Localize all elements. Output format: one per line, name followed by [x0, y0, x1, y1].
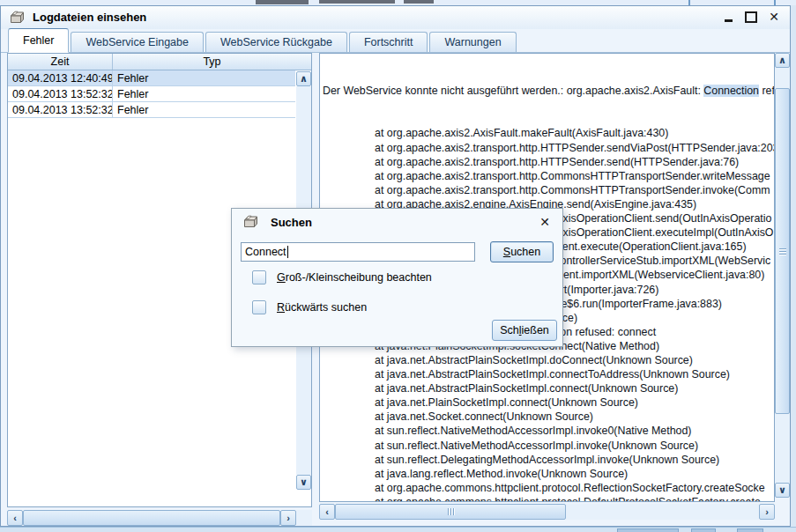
cell-zeit: 09.04.2013 13:52:32	[8, 102, 113, 117]
close-dialog-button[interactable]: Schließen	[492, 320, 557, 341]
dialog-titlebar[interactable]: Suchen ✕	[232, 209, 562, 235]
background-window-bottom-sliver	[0, 527, 796, 532]
open-box-icon	[242, 215, 260, 229]
tab-fortschritt[interactable]: Fortschritt	[349, 32, 428, 52]
background-text-fragment	[256, 0, 309, 4]
button-label: uchen	[510, 246, 540, 258]
scroll-up-button[interactable]: ∧	[775, 53, 790, 68]
scroll-right-button[interactable]: ›	[759, 504, 775, 520]
column-header-typ[interactable]: Typ	[113, 54, 311, 70]
dialog-close-button[interactable]: ✕	[538, 215, 552, 229]
left-arrow-icon: ‹	[13, 514, 17, 523]
close-button[interactable]: ✕	[767, 10, 781, 24]
up-arrow-icon: ∧	[300, 74, 308, 84]
right-arrow-icon: ›	[765, 507, 769, 517]
window-title: Logdateien einsehen	[33, 11, 146, 24]
scroll-left-button[interactable]: ‹	[319, 504, 335, 520]
minimize-button[interactable]	[721, 10, 735, 24]
label-text: roß-/Kleinscheibung beachten	[286, 271, 432, 284]
trace-horizontal-scrollbar: ‹ ›	[319, 504, 775, 520]
case-sensitive-checkbox[interactable]	[252, 270, 266, 284]
cell-zeit: 09.04.2013 12:40:49	[8, 70, 113, 85]
open-box-icon	[9, 11, 26, 25]
background-text-fragment	[404, 0, 434, 4]
search-input[interactable]: Connect	[241, 242, 475, 262]
tab-webservice-eingabe[interactable]: WebService Eingabe	[71, 32, 204, 52]
label-mnemonic: G	[277, 271, 286, 284]
search-dialog: Suchen ✕ Connect Suchen Groß-/Kleinschei…	[231, 208, 563, 347]
vertical-scrollbar-thumb[interactable]	[775, 88, 790, 414]
cell-typ: Fehler	[113, 70, 295, 85]
maximize-icon	[745, 11, 757, 23]
search-button[interactable]: Suchen	[490, 241, 554, 262]
button-label: Sch	[500, 324, 519, 336]
scroll-left-button[interactable]: ‹	[7, 510, 23, 526]
down-arrow-icon: ∨	[300, 477, 308, 487]
right-arrow-icon: ›	[286, 514, 290, 523]
maximize-button[interactable]	[744, 10, 758, 24]
close-icon: ✕	[769, 11, 779, 23]
button-label-mnemonic: S	[503, 246, 510, 258]
horizontal-scrollbar-track[interactable]	[566, 504, 759, 520]
search-match-highlight: Connection	[703, 85, 759, 97]
case-sensitive-option: Groß-/Kleinscheibung beachten	[252, 270, 432, 284]
table-horizontal-scrollbar: ‹ ›	[7, 510, 312, 526]
search-backwards-checkbox[interactable]	[252, 300, 266, 314]
search-backwards-option: Rückwärts suchen	[252, 300, 367, 314]
table-row[interactable]: 09.04.2013 13:52:32 Fehler	[8, 102, 295, 118]
label-mnemonic: R	[277, 301, 285, 314]
table-header: Zeit Typ	[8, 54, 311, 70]
tab-warnungen[interactable]: Warnungen	[429, 32, 516, 52]
text-caret	[287, 246, 288, 258]
button-label: ießen	[522, 324, 549, 336]
tab-bar: Fehler WebService Eingabe WebService Rüc…	[1, 29, 790, 53]
horizontal-scrollbar-thumb[interactable]	[23, 510, 280, 526]
background-element	[691, 528, 716, 532]
trace-line-suffix: refused:	[759, 85, 775, 97]
down-arrow-icon: ∨	[778, 485, 786, 495]
close-icon: ✕	[539, 215, 550, 229]
thumb-grip-icon	[779, 248, 786, 255]
scroll-up-button[interactable]: ∧	[296, 71, 311, 86]
thumb-grip-icon	[448, 508, 454, 515]
cell-typ: Fehler	[113, 86, 295, 101]
tab-webservice-rueckgabe[interactable]: WebService Rückgabe	[205, 32, 347, 52]
scrollbar-corner	[296, 510, 312, 526]
titlebar[interactable]: Logdateien einsehen ✕	[1, 6, 790, 29]
trace-first-line: Der WebService konnte nicht ausgeführt w…	[323, 84, 774, 98]
cell-zeit: 09.04.2013 13:52:32	[8, 86, 113, 101]
background-element	[617, 528, 679, 532]
scroll-down-button[interactable]: ∨	[296, 475, 311, 490]
table-row[interactable]: 09.04.2013 12:40:49 Fehler	[8, 70, 295, 86]
column-header-zeit[interactable]: Zeit	[8, 54, 113, 70]
horizontal-scrollbar-thumb[interactable]	[335, 504, 566, 520]
tab-fehler[interactable]: Fehler	[8, 28, 69, 53]
table-row[interactable]: 09.04.2013 13:52:32 Fehler	[8, 86, 295, 102]
minimize-icon	[725, 19, 733, 22]
background-element	[737, 528, 763, 532]
scroll-right-button[interactable]: ›	[280, 510, 296, 526]
scroll-down-button[interactable]: ∨	[775, 483, 790, 498]
search-input-value: Connect	[245, 246, 286, 258]
background-text-fragment	[319, 0, 395, 4]
trace-line-prefix: Der WebService konnte nicht ausgeführt w…	[323, 85, 703, 97]
label-text: ückwärts suchen	[285, 301, 367, 314]
dialog-title: Suchen	[271, 216, 312, 229]
left-arrow-icon: ‹	[325, 507, 329, 517]
up-arrow-icon: ∧	[778, 55, 786, 65]
checkbox-label: Rückwärts suchen	[277, 301, 367, 314]
cell-typ: Fehler	[113, 102, 295, 117]
checkbox-label: Groß-/Kleinscheibung beachten	[277, 271, 432, 284]
